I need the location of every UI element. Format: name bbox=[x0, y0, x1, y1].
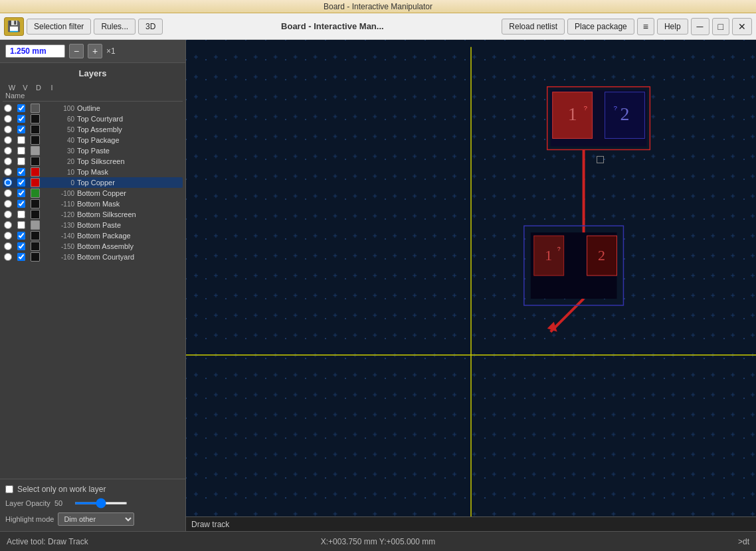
layer-row[interactable]: -100Bottom Copper bbox=[3, 188, 183, 198]
layer-radio[interactable] bbox=[4, 232, 12, 240]
layer-radio[interactable] bbox=[4, 157, 12, 165]
layer-visible-check[interactable] bbox=[17, 115, 25, 123]
layer-color bbox=[31, 157, 40, 166]
window-title: Board - Interactive Man... bbox=[165, 21, 499, 31]
layer-color bbox=[31, 135, 40, 145]
zoom-minus-button[interactable]: − bbox=[69, 44, 84, 58]
save-icon: 💾 bbox=[7, 20, 21, 33]
title-bar: Board - Interactive Manipulator bbox=[0, 0, 756, 13]
minimize-button[interactable]: ─ bbox=[691, 18, 709, 35]
layer-visible-check[interactable] bbox=[17, 168, 25, 176]
layer-visible-check[interactable] bbox=[17, 253, 25, 261]
status-coords: X:+003.750 mm Y:+005.000 mm bbox=[258, 537, 497, 546]
opacity-slider[interactable] bbox=[74, 502, 128, 505]
layer-color bbox=[31, 242, 40, 251]
save-icon-btn[interactable]: 💾 bbox=[4, 17, 24, 36]
layer-radio[interactable] bbox=[4, 210, 12, 218]
layer-row[interactable]: -140Bottom Package bbox=[3, 230, 183, 241]
zoom-plus-button[interactable]: + bbox=[88, 44, 102, 58]
zoom-input[interactable] bbox=[5, 44, 65, 58]
layer-row[interactable]: 40Top Package bbox=[3, 135, 183, 145]
layer-row[interactable]: 60Top Courtyard bbox=[3, 114, 183, 124]
svg-text:2: 2 bbox=[620, 104, 629, 124]
pcb-canvas[interactable]: 1 2 ? ? bbox=[186, 40, 756, 531]
layer-visible-check[interactable] bbox=[17, 179, 25, 187]
layer-color bbox=[31, 114, 40, 123]
layer-visible-check[interactable] bbox=[17, 200, 25, 208]
layer-name: Bottom Courtyard bbox=[77, 253, 181, 261]
layer-row[interactable]: 50Top Assembly bbox=[3, 124, 183, 135]
layer-radio[interactable] bbox=[4, 242, 12, 250]
layer-radio[interactable] bbox=[4, 179, 12, 187]
layer-number: -130 bbox=[57, 222, 77, 229]
layer-row[interactable]: 30Top Paste bbox=[3, 145, 183, 156]
layer-row[interactable]: 10Top Mask bbox=[3, 167, 183, 177]
layer-visible-check[interactable] bbox=[17, 136, 25, 144]
layer-row[interactable]: -150Bottom Assembly bbox=[3, 241, 183, 252]
layer-radio[interactable] bbox=[4, 221, 12, 229]
col-name: Name bbox=[5, 92, 19, 100]
svg-text:1: 1 bbox=[568, 104, 577, 124]
rules-button[interactable]: Rules... bbox=[94, 19, 136, 35]
bottom-controls: Select only on work layer Layer Opacity … bbox=[0, 479, 185, 531]
help-button[interactable]: Help bbox=[657, 19, 688, 35]
col-empty bbox=[58, 84, 180, 92]
left-panel: − + ×1 Layers W V D I Name 100Outline60T… bbox=[0, 40, 186, 531]
3d-button[interactable]: 3D bbox=[138, 19, 163, 35]
layer-visible-check[interactable] bbox=[17, 221, 25, 229]
layer-visible-check[interactable] bbox=[17, 125, 25, 133]
layer-number: -160 bbox=[57, 254, 77, 261]
layer-visible-check[interactable] bbox=[17, 232, 25, 240]
layer-name: Top Courtyard bbox=[77, 115, 181, 123]
layers-panel: Layers W V D I Name 100Outline60Top Cour… bbox=[0, 63, 185, 479]
layer-row[interactable]: -110Bottom Mask bbox=[3, 198, 183, 209]
layer-number: 50 bbox=[57, 126, 77, 133]
layer-radio[interactable] bbox=[4, 104, 12, 112]
layer-color bbox=[31, 210, 40, 219]
place-package-button[interactable]: Place package bbox=[567, 19, 634, 35]
layer-radio[interactable] bbox=[4, 200, 12, 208]
selection-filter-button[interactable]: Selection filter bbox=[27, 19, 91, 35]
highlight-label: Highlight mode bbox=[5, 515, 54, 523]
layer-radio[interactable] bbox=[4, 253, 12, 261]
layer-number: 100 bbox=[57, 105, 77, 112]
layer-name: Bottom Paste bbox=[77, 221, 181, 229]
layer-row[interactable]: 0Top Copper bbox=[3, 177, 183, 188]
reload-netlist-button[interactable]: Reload netlist bbox=[502, 19, 565, 35]
layer-number: 20 bbox=[57, 158, 77, 165]
layer-radio[interactable] bbox=[4, 136, 12, 144]
canvas-area[interactable]: 1 2 ? ? bbox=[186, 40, 756, 531]
layer-row[interactable]: -160Bottom Courtyard bbox=[3, 252, 183, 262]
title-text: Board - Interactive Manipulator bbox=[324, 2, 432, 11]
close-button[interactable]: ✕ bbox=[732, 18, 752, 35]
layer-row[interactable]: 100Outline bbox=[3, 103, 183, 114]
layer-visible-check[interactable] bbox=[17, 210, 25, 218]
work-layer-row: Select only on work layer bbox=[5, 485, 180, 494]
layer-visible-check[interactable] bbox=[17, 189, 25, 197]
layer-number: -150 bbox=[57, 243, 77, 250]
layer-radio[interactable] bbox=[4, 125, 12, 133]
svg-text:?: ? bbox=[614, 104, 618, 112]
layer-row[interactable]: 20Top Silkscreen bbox=[3, 156, 183, 167]
layer-row[interactable]: -130Bottom Paste bbox=[3, 220, 183, 230]
pcb-svg: 1 2 ? ? bbox=[186, 40, 756, 531]
menu-button[interactable]: ≡ bbox=[637, 18, 654, 35]
layer-radio[interactable] bbox=[4, 115, 12, 123]
layer-radio[interactable] bbox=[4, 147, 12, 155]
select-only-checkbox[interactable] bbox=[5, 485, 13, 493]
layer-visible-check[interactable] bbox=[17, 104, 25, 112]
draw-track-text: Draw track bbox=[191, 520, 229, 529]
layer-number: 60 bbox=[57, 116, 77, 123]
layer-visible-check[interactable] bbox=[17, 147, 25, 155]
highlight-select[interactable]: Dim other Brighten selected None bbox=[58, 512, 134, 526]
layer-radio[interactable] bbox=[4, 189, 12, 197]
layer-radio[interactable] bbox=[4, 168, 12, 176]
layer-color bbox=[31, 167, 40, 177]
layer-number: 10 bbox=[57, 169, 77, 176]
maximize-button[interactable]: □ bbox=[712, 18, 729, 35]
layer-visible-check[interactable] bbox=[17, 242, 25, 250]
layer-row[interactable]: -120Bottom Silkscreen bbox=[3, 209, 183, 220]
layer-name: Bottom Package bbox=[77, 232, 181, 240]
highlight-row: Highlight mode Dim other Brighten select… bbox=[5, 512, 180, 526]
layer-visible-check[interactable] bbox=[17, 157, 25, 165]
